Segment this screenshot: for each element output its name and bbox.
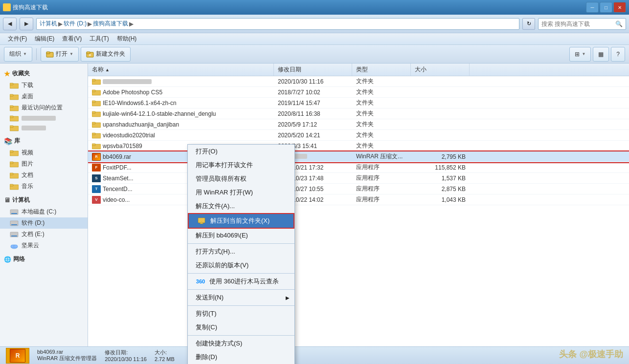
col-header-name[interactable]: 名称 ▲ [88, 64, 274, 76]
file-type-cell: 文件夹 [352, 131, 411, 139]
help-btn-toolbar[interactable]: ? [611, 47, 625, 62]
sidebar-item-jiguoyun[interactable]: 坚果云 [0, 240, 88, 251]
ctx-sendto-arrow: ▶ [286, 295, 290, 300]
table-row[interactable]: F FoxitPDF... 2020/10/21 17:32 应用程序 115,… [88, 162, 629, 173]
sidebar-item-drive-e[interactable]: 文档 (E:) [0, 229, 88, 240]
maximize-button[interactable]: □ [600, 2, 612, 13]
view-button[interactable]: ⊞ ▼ [569, 47, 591, 62]
path-computer[interactable]: 计算机 [40, 20, 57, 28]
sidebar-computer-title[interactable]: 🖥 计算机 [0, 194, 88, 206]
sidebar-library-title[interactable]: 📚 库 [0, 135, 88, 147]
ctx-restore-label: 还原以前的版本(V) [196, 261, 248, 270]
sidebar-desktop-label: 桌面 [22, 92, 33, 101]
ctx-delete[interactable]: 删除(D) [188, 350, 294, 364]
col-header-size[interactable]: 大小 [411, 64, 470, 76]
file-type-cell: 文件夹 [352, 88, 411, 96]
table-row[interactable]: kujiale-win64-12.1.0-stable-zhannei_deng… [88, 108, 629, 119]
ctx-extract-here[interactable]: 解压到当前文件夹(X) [188, 213, 294, 229]
sidebar-item-doc[interactable]: 文档 [0, 170, 88, 181]
ctx-copy[interactable]: 复制(C) [188, 321, 294, 334]
table-row[interactable]: videostudio2020trial 2020/5/20 14:21 文件夹 [88, 130, 629, 141]
file-name-cell: Adobe Photoshop CS5 [88, 89, 274, 96]
col-header-date[interactable]: 修改日期 [274, 64, 352, 76]
ctx-open-with-label: 打开方式(H)... [196, 247, 235, 256]
path-drive[interactable]: 软件 (D:) [64, 20, 87, 28]
table-row[interactable]: S SteamSet... 2020/10/23 17:48 应用程序 1,53… [88, 173, 629, 184]
table-row[interactable]: Adobe Photoshop CS5 2018/7/27 10:02 文件夹 [88, 87, 629, 98]
ctx-sendto-label: 发送到(N) [196, 293, 224, 302]
sidebar-item-censored2[interactable] [0, 123, 88, 133]
ctx-sendto[interactable]: 发送到(N) ▶ [188, 291, 294, 304]
preview-button[interactable]: ▦ [593, 47, 609, 62]
svg-rect-18 [10, 162, 13, 164]
ctx-open-with[interactable]: 打开方式(H)... [188, 245, 294, 258]
back-button[interactable]: ◀ [3, 18, 17, 30]
ctx-admin[interactable]: 管理员取得所有权 [188, 172, 294, 186]
close-button[interactable]: ✕ [613, 2, 626, 13]
ctx-create-shortcut[interactable]: 创建快捷方式(S) [188, 337, 294, 350]
sidebar-item-music[interactable]: 音乐 [0, 181, 88, 192]
sidebar-item-drive-c[interactable]: 本地磁盘 (C:) [0, 206, 88, 217]
col-header-type[interactable]: 类型 [352, 64, 411, 76]
sidebar-item-drive-d[interactable]: 软件 (D:) [0, 217, 88, 229]
table-row[interactable]: V video-co... 2020/10/22 14:02 应用程序 1,04… [88, 194, 629, 205]
ctx-open-notepad[interactable]: 用记事本打开该文件 [188, 158, 294, 172]
organize-button[interactable]: 组织 ▼ [4, 47, 32, 62]
menu-tools[interactable]: 工具(T) [86, 34, 112, 44]
table-row-selected[interactable]: R bb4069.rar WinRAR 压缩文... 2,795 KB [88, 151, 629, 162]
menu-help[interactable]: 帮助(H) [113, 34, 141, 44]
computer-label: 计算机 [12, 196, 30, 204]
file-date-cell: 2020/10/30 11:16 [274, 78, 352, 85]
svg-rect-1 [46, 52, 50, 54]
open-arrow: ▼ [69, 52, 73, 56]
sidebar-section-network: 🌐 网络 [0, 253, 88, 265]
forward-button[interactable]: ▶ [20, 18, 33, 30]
sidebar-jiguoyun-label: 坚果云 [22, 241, 39, 250]
ctx-winrar-open[interactable]: 用 WinRAR 打开(W) [188, 186, 294, 199]
360-icon: 360 [196, 278, 205, 285]
table-row[interactable]: IE10-Windows6.1-x64-zh-cn 2019/11/4 15:4… [88, 98, 629, 108]
sidebar-item-censored1[interactable] [0, 113, 88, 123]
menu-view[interactable]: 查看(V) [58, 34, 86, 44]
ctx-360[interactable]: 360 使用 360进行木马云查杀 [188, 275, 294, 288]
ctx-extract-label: 解压文件(A)... [196, 202, 235, 211]
sidebar-item-download[interactable]: 下载 [0, 80, 88, 91]
ctx-extract[interactable]: 解压文件(A)... [188, 199, 294, 213]
window-controls[interactable]: ─ □ ✕ [586, 2, 626, 13]
ctx-cut[interactable]: 剪切(T) [188, 307, 294, 321]
address-path[interactable]: 计算机 ▶ 软件 (D:) ▶ 搜狗高速下载 ▶ [36, 18, 519, 30]
minimize-button[interactable]: ─ [586, 2, 599, 13]
table-row[interactable]: wpsvba701589 2020/8/3 15:41 文件夹 [88, 141, 629, 151]
path-folder[interactable]: 搜狗高速下载 [93, 20, 128, 28]
sidebar-picture-label: 图片 [22, 160, 33, 168]
table-row[interactable]: T TencentD... 2020/10/27 10:55 应用程序 2,87… [88, 184, 629, 194]
ctx-extract-to[interactable]: 解压到 bb4069\(E) [188, 229, 294, 242]
sidebar-favorites-title[interactable]: ★ 收藏夹 [0, 67, 88, 80]
sidebar-item-video[interactable]: 视频 [0, 147, 88, 158]
sidebar-item-recent[interactable]: 最近访问的位置 [0, 102, 88, 113]
sidebar-doc-label: 文档 [22, 171, 33, 179]
file-date-cell: 2019/11/4 15:47 [274, 100, 352, 107]
open-button[interactable]: 打开 ▼ [41, 47, 79, 62]
menu-edit[interactable]: 编辑(E) [31, 34, 58, 44]
svg-point-31 [14, 245, 18, 248]
search-box[interactable]: 🔍 [538, 18, 626, 30]
new-folder-button[interactable]: + 新建文件夹 [81, 47, 131, 62]
ctx-open-notepad-label: 用记事本打开该文件 [196, 161, 253, 170]
menu-file[interactable]: 文件(F) [4, 34, 31, 44]
search-input[interactable] [541, 21, 615, 27]
table-row[interactable]: 2020/10/30 11:16 文件夹 [88, 76, 629, 87]
ctx-restore[interactable]: 还原以前的版本(V) [188, 258, 294, 272]
sidebar-item-desktop[interactable]: 桌面 [0, 91, 88, 102]
status-modify-label: 修改日期: [105, 349, 147, 356]
file-type-cell: 文件夹 [352, 77, 411, 86]
col-size-label: 大小 [415, 65, 427, 74]
sidebar-item-picture[interactable]: 图片 [0, 158, 88, 170]
sidebar-network-title[interactable]: 🌐 网络 [0, 253, 88, 265]
ctx-open[interactable]: 打开(O) [188, 145, 294, 158]
table-row[interactable]: upanshaduzhuanjia_danjiban 2020/5/9 17:1… [88, 119, 629, 130]
file-name-text: FoxitPDF... [103, 164, 132, 171]
folder-icon [92, 78, 101, 85]
refresh-button[interactable]: ↻ [522, 18, 535, 30]
open-icon [46, 50, 54, 58]
